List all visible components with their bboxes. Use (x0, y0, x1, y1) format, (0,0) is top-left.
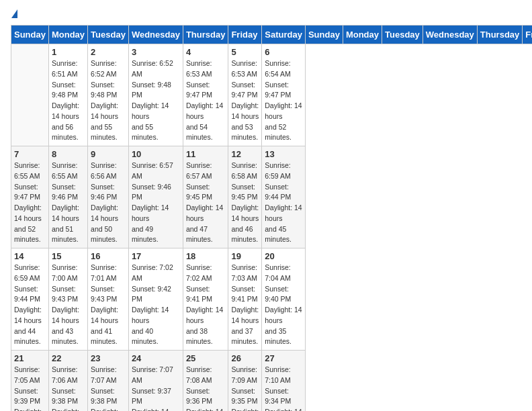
calendar-day-cell: 27Sunrise: 7:10 AMSunset: 9:34 PMDayligh… (262, 351, 306, 412)
calendar-day-header: Saturday (262, 26, 306, 44)
calendar-week-row: 14Sunrise: 6:59 AMSunset: 9:44 PMDayligh… (11, 248, 533, 351)
calendar-day-header: Friday (523, 26, 532, 44)
day-info: Sunrise: 7:05 AMSunset: 9:39 PMDaylight:… (14, 365, 46, 411)
calendar-day-cell: 22Sunrise: 7:06 AMSunset: 9:38 PMDayligh… (48, 351, 87, 412)
day-number: 9 (91, 149, 126, 159)
day-info: Sunrise: 6:55 AMSunset: 9:47 PMDaylight:… (14, 161, 46, 245)
day-number: 1 (52, 47, 85, 57)
calendar-day-cell: 5Sunrise: 6:53 AMSunset: 9:47 PMDaylight… (228, 44, 262, 146)
calendar-day-header: Monday (343, 26, 382, 44)
calendar-day-header: Thursday (477, 26, 523, 44)
day-number: 17 (132, 251, 180, 261)
day-info: Sunrise: 7:02 AMSunset: 9:42 PMDaylight:… (132, 263, 180, 347)
day-info: Sunrise: 7:09 AMSunset: 9:35 PMDaylight:… (231, 365, 259, 411)
day-number: 3 (132, 47, 180, 57)
day-info: Sunrise: 6:57 AMSunset: 9:45 PMDaylight:… (186, 161, 226, 245)
calendar-day-header: Tuesday (88, 26, 129, 44)
day-info: Sunrise: 7:10 AMSunset: 9:34 PMDaylight:… (265, 365, 302, 411)
calendar-day-cell: 26Sunrise: 7:09 AMSunset: 9:35 PMDayligh… (228, 351, 262, 412)
calendar-day-cell: 23Sunrise: 7:07 AMSunset: 9:38 PMDayligh… (88, 351, 129, 412)
day-number: 14 (14, 251, 46, 261)
calendar-day-header: Tuesday (382, 26, 423, 44)
calendar-day-cell: 20Sunrise: 7:04 AMSunset: 9:40 PMDayligh… (262, 248, 306, 351)
calendar-day-cell: 13Sunrise: 6:59 AMSunset: 9:44 PMDayligh… (262, 146, 306, 248)
day-info: Sunrise: 6:56 AMSunset: 9:46 PMDaylight:… (91, 161, 126, 245)
calendar-day-header: Wednesday (128, 26, 183, 44)
calendar-day-cell: 12Sunrise: 6:58 AMSunset: 9:45 PMDayligh… (228, 146, 262, 248)
calendar-day-cell: 24Sunrise: 7:07 AMSunset: 9:37 PMDayligh… (128, 351, 183, 412)
day-number: 12 (231, 149, 259, 159)
calendar-week-row: 7Sunrise: 6:55 AMSunset: 9:47 PMDaylight… (11, 146, 533, 248)
day-number: 15 (52, 251, 85, 261)
calendar-day-header: Friday (228, 26, 262, 44)
day-number: 27 (265, 353, 302, 363)
day-info: Sunrise: 6:51 AMSunset: 9:48 PMDaylight:… (52, 58, 85, 143)
day-number: 26 (231, 353, 259, 363)
calendar-day-cell: 11Sunrise: 6:57 AMSunset: 9:45 PMDayligh… (183, 146, 228, 248)
calendar-header-row: SundayMondayTuesdayWednesdayThursdayFrid… (11, 26, 533, 44)
calendar-day-cell: 10Sunrise: 6:57 AMSunset: 9:46 PMDayligh… (128, 146, 183, 248)
calendar-day-cell: 7Sunrise: 6:55 AMSunset: 9:47 PMDaylight… (11, 146, 49, 248)
day-info: Sunrise: 7:06 AMSunset: 9:38 PMDaylight:… (52, 365, 85, 411)
calendar-day-header: Monday (48, 26, 87, 44)
calendar-day-cell: 8Sunrise: 6:55 AMSunset: 9:46 PMDaylight… (48, 146, 87, 248)
logo-triangle-icon (11, 9, 17, 18)
calendar-week-row: 21Sunrise: 7:05 AMSunset: 9:39 PMDayligh… (11, 351, 533, 412)
day-info: Sunrise: 7:07 AMSunset: 9:37 PMDaylight:… (132, 365, 180, 411)
day-number: 6 (265, 47, 302, 57)
day-number: 13 (265, 149, 302, 159)
calendar-day-cell: 25Sunrise: 7:08 AMSunset: 9:36 PMDayligh… (183, 351, 228, 412)
day-number: 2 (91, 47, 126, 57)
calendar-day-cell: 16Sunrise: 7:01 AMSunset: 9:43 PMDayligh… (88, 248, 129, 351)
day-info: Sunrise: 6:54 AMSunset: 9:47 PMDaylight:… (265, 58, 302, 143)
day-info: Sunrise: 7:07 AMSunset: 9:38 PMDaylight:… (91, 365, 126, 411)
logo (11, 11, 17, 19)
day-number: 22 (52, 353, 85, 363)
day-number: 8 (52, 149, 85, 159)
day-number: 20 (265, 251, 302, 261)
calendar-day-cell (11, 44, 49, 146)
day-info: Sunrise: 6:53 AMSunset: 9:47 PMDaylight:… (186, 58, 226, 143)
day-info: Sunrise: 7:04 AMSunset: 9:40 PMDaylight:… (265, 263, 302, 347)
calendar-day-cell: 3Sunrise: 6:52 AMSunset: 9:48 PMDaylight… (128, 44, 183, 146)
calendar-day-cell: 1Sunrise: 6:51 AMSunset: 9:48 PMDaylight… (48, 44, 87, 146)
day-info: Sunrise: 7:01 AMSunset: 9:43 PMDaylight:… (91, 263, 126, 347)
day-number: 24 (132, 353, 180, 363)
page-header (11, 11, 521, 19)
calendar-day-cell: 15Sunrise: 7:00 AMSunset: 9:43 PMDayligh… (48, 248, 87, 351)
calendar-day-cell: 18Sunrise: 7:02 AMSunset: 9:41 PMDayligh… (183, 248, 228, 351)
calendar-day-cell: 17Sunrise: 7:02 AMSunset: 9:42 PMDayligh… (128, 248, 183, 351)
calendar-day-header: Thursday (183, 26, 228, 44)
day-info: Sunrise: 7:00 AMSunset: 9:43 PMDaylight:… (52, 263, 85, 347)
day-info: Sunrise: 6:53 AMSunset: 9:47 PMDaylight:… (231, 58, 259, 143)
day-number: 16 (91, 251, 126, 261)
calendar-day-cell: 19Sunrise: 7:03 AMSunset: 9:41 PMDayligh… (228, 248, 262, 351)
day-info: Sunrise: 7:02 AMSunset: 9:41 PMDaylight:… (186, 263, 226, 347)
day-info: Sunrise: 6:59 AMSunset: 9:44 PMDaylight:… (14, 263, 46, 347)
day-info: Sunrise: 7:03 AMSunset: 9:41 PMDaylight:… (231, 263, 259, 347)
day-info: Sunrise: 6:52 AMSunset: 9:48 PMDaylight:… (132, 58, 180, 143)
day-number: 19 (231, 251, 259, 261)
day-number: 5 (231, 47, 259, 57)
day-info: Sunrise: 6:52 AMSunset: 9:48 PMDaylight:… (91, 58, 126, 143)
day-info: Sunrise: 6:57 AMSunset: 9:46 PMDaylight:… (132, 161, 180, 245)
calendar-day-cell: 2Sunrise: 6:52 AMSunset: 9:48 PMDaylight… (88, 44, 129, 146)
day-info: Sunrise: 6:58 AMSunset: 9:45 PMDaylight:… (231, 161, 259, 245)
day-info: Sunrise: 6:55 AMSunset: 9:46 PMDaylight:… (52, 161, 85, 245)
day-info: Sunrise: 7:08 AMSunset: 9:36 PMDaylight:… (186, 365, 226, 411)
day-number: 7 (14, 149, 46, 159)
calendar-day-header: Wednesday (423, 26, 477, 44)
calendar-week-row: 1Sunrise: 6:51 AMSunset: 9:48 PMDaylight… (11, 44, 533, 146)
day-number: 23 (91, 353, 126, 363)
calendar-day-cell: 9Sunrise: 6:56 AMSunset: 9:46 PMDaylight… (88, 146, 129, 248)
day-number: 4 (186, 47, 226, 57)
day-number: 10 (132, 149, 180, 159)
calendar-day-cell: 6Sunrise: 6:54 AMSunset: 9:47 PMDaylight… (262, 44, 306, 146)
calendar-day-cell: 14Sunrise: 6:59 AMSunset: 9:44 PMDayligh… (11, 248, 49, 351)
calendar-table: SundayMondayTuesdayWednesdayThursdayFrid… (11, 25, 532, 411)
calendar-day-cell: 21Sunrise: 7:05 AMSunset: 9:39 PMDayligh… (11, 351, 49, 412)
calendar-day-header: Sunday (11, 26, 49, 44)
calendar-day-cell: 4Sunrise: 6:53 AMSunset: 9:47 PMDaylight… (183, 44, 228, 146)
day-number: 18 (186, 251, 226, 261)
day-number: 21 (14, 353, 46, 363)
